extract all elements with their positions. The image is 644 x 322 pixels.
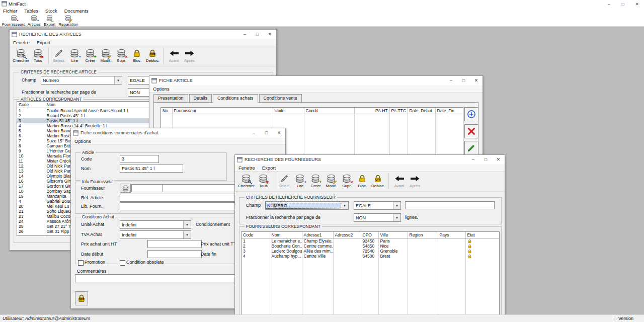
menu-export[interactable]: Export xyxy=(259,165,279,171)
column-header-no[interactable]: No xyxy=(161,108,172,114)
toolbar-button-select[interactable]: Select. xyxy=(51,46,67,66)
prix-ht-field[interactable] xyxy=(147,240,202,248)
operator-select[interactable]: EGALE ▾ xyxy=(354,201,401,210)
toolbar-button-creer[interactable]: +Creer xyxy=(308,172,324,191)
search-value-input[interactable] xyxy=(405,201,495,209)
toolbar-button-modif[interactable]: Modif. xyxy=(98,46,114,66)
column-header-date-debut[interactable]: Date_Debut xyxy=(408,108,435,114)
toolbar-button-supr[interactable]: ×Supr. xyxy=(114,46,129,66)
menu-options[interactable]: Options xyxy=(71,138,95,144)
toolbar-button-bloc[interactable]: Bloc. xyxy=(129,46,145,66)
toolbar-button-articles[interactable]: •Articles xyxy=(26,14,42,27)
window-titlebar[interactable]: RECHERCHE DES FOURNISSEURS – □ ✕ xyxy=(235,155,505,165)
column-header-adresse1[interactable]: Adresse1 xyxy=(302,232,333,238)
column-header-code[interactable]: Code xyxy=(17,102,45,108)
toolbar-button-bloc[interactable]: Bloc. xyxy=(355,172,370,191)
column-header-adresse2[interactable]: Adresse2 xyxy=(333,232,361,238)
menu-export[interactable]: Export xyxy=(33,40,54,45)
fournisseur-code-field[interactable] xyxy=(131,184,165,192)
menu-stock[interactable]: Stock xyxy=(42,8,61,14)
code-field[interactable]: 3 xyxy=(120,155,159,163)
window-titlebar[interactable]: FICHE ARTICLE – □ ✕ xyxy=(149,76,482,86)
minimize-button[interactable]: – xyxy=(445,76,457,85)
champ-select[interactable]: NUMERO ▾ xyxy=(265,201,349,210)
maximize-button[interactable]: □ xyxy=(457,76,470,85)
unite-achat-select[interactable]: Indefini ▾ xyxy=(120,220,191,229)
toolbar-button-reparation[interactable]: Reparation xyxy=(57,14,79,27)
menu-fichier[interactable]: Fichier xyxy=(0,8,22,14)
edit-button[interactable] xyxy=(464,141,478,155)
toolbar-button-supr[interactable]: ×Supr. xyxy=(339,172,355,191)
champ-select[interactable]: Numero ▾ xyxy=(41,76,122,85)
minimize-button[interactable]: – xyxy=(238,30,251,39)
toolbar-button-cr-er[interactable]: +Créer xyxy=(83,46,98,66)
toolbar-button-lire[interactable]: •Lire xyxy=(67,46,83,66)
toolbar-button-chercher[interactable]: Chercher xyxy=(237,172,256,191)
maximize-button[interactable]: □ xyxy=(479,155,492,164)
toolbar-button-lire[interactable]: •Lire xyxy=(292,172,308,191)
minimize-button[interactable]: – xyxy=(467,155,479,164)
close-button[interactable]: ✕ xyxy=(492,155,505,164)
column-header-pa-ht[interactable]: PA.HT xyxy=(354,108,389,114)
toolbar-button-fournisseurs[interactable]: •Fournisseurs xyxy=(1,14,26,27)
window-titlebar[interactable]: RECHERCHE DES ARTICLES – □ ✕ xyxy=(10,30,276,39)
close-button[interactable]: ✕ xyxy=(470,76,482,85)
menu-tables[interactable]: Tables xyxy=(22,8,42,14)
unlock-button[interactable]: OFF xyxy=(75,291,88,305)
table-row[interactable]: 4Auchamp hyp...Centre Ville64500Brest xyxy=(242,254,499,259)
nom-field[interactable]: Pastis 51 45° 1 l xyxy=(120,165,183,173)
toolbar-button-apr-s[interactable]: Après xyxy=(407,172,423,191)
tab-conditions-achats[interactable]: Conditions achats xyxy=(213,94,258,103)
toolbar-button-debloc[interactable]: OFFDebloc. xyxy=(370,172,386,191)
toolbar-button-select[interactable]: Select. xyxy=(277,172,292,191)
minimize-button[interactable]: – xyxy=(248,128,260,137)
toolbar-button-apr-s[interactable]: Après xyxy=(182,46,197,66)
window-titlebar[interactable]: Fiche conditions commerciales d'achat. –… xyxy=(71,128,285,138)
minimize-button[interactable]: – xyxy=(602,0,616,8)
promotion-checkbox[interactable] xyxy=(78,260,84,266)
toolbar-button-avant[interactable]: Avant xyxy=(166,46,182,66)
close-button[interactable]: ✕ xyxy=(630,0,644,8)
fraction-select[interactable]: NON ▾ xyxy=(354,213,401,222)
column-header-pa-ttc[interactable]: PA.TTC xyxy=(389,108,408,114)
menu-options[interactable]: Options xyxy=(149,86,173,92)
tab-details[interactable]: Details xyxy=(189,94,212,102)
toolbar-button-chercher[interactable]: Chercher xyxy=(12,46,30,66)
tab-conditions-vente[interactable]: Conditions vente xyxy=(259,94,302,102)
column-header-pays[interactable]: Pays xyxy=(438,232,465,238)
column-header-nom[interactable]: Nom xyxy=(270,232,302,238)
maximize-button[interactable]: □ xyxy=(251,30,264,39)
fournisseur-lookup-button[interactable] xyxy=(120,184,131,193)
column-header-cpo[interactable]: CPO xyxy=(361,232,378,238)
column-header-region[interactable]: Region xyxy=(408,232,438,238)
toolbar-button-tous[interactable]: ∗Tous xyxy=(30,46,46,66)
add-button[interactable] xyxy=(464,107,478,121)
menu-documents[interactable]: Documents xyxy=(61,8,93,14)
column-header-unit-[interactable]: Unité xyxy=(273,108,304,114)
column-header-fournisseur[interactable]: Fournisseur xyxy=(172,108,273,114)
table-row[interactable]: 1Le maraicher e...Champ Elysée...92450Pa… xyxy=(242,238,499,244)
close-button[interactable]: ✕ xyxy=(264,30,276,39)
tva-achat-select[interactable]: Indefini ▾ xyxy=(120,230,191,239)
column-header-code[interactable]: Code xyxy=(242,232,270,238)
maximize-button[interactable]: □ xyxy=(616,0,630,8)
column-header-ville[interactable]: Ville xyxy=(378,232,408,238)
date-debut-field[interactable] xyxy=(147,250,202,258)
table-row[interactable]: 3Leclerc BoulgouAllée des mim...72540Gre… xyxy=(242,249,499,254)
menu-fenetre[interactable]: Fenetre xyxy=(10,40,33,45)
table-row[interactable]: 2Boucherie Con...Centre comme...54850Nic… xyxy=(242,244,499,249)
column-header-date-fin[interactable]: Date_Fin xyxy=(435,108,463,114)
close-button[interactable]: ✕ xyxy=(273,128,285,137)
obsolete-checkbox[interactable] xyxy=(120,260,125,266)
maximize-button[interactable]: □ xyxy=(260,128,273,137)
column-header-etat[interactable]: Etat xyxy=(465,232,499,238)
toolbar-button-modif[interactable]: Modif. xyxy=(324,172,339,191)
tab-presentation[interactable]: Presentation xyxy=(153,94,188,102)
toolbar-button-tous[interactable]: ∗Tous xyxy=(256,172,271,191)
delete-button[interactable] xyxy=(464,124,478,138)
toolbar-button-debloc[interactable]: OFFDebloc. xyxy=(145,46,160,66)
menu-fenetre[interactable]: Fenetre xyxy=(235,165,259,171)
toolbar-button-avant[interactable]: Avant xyxy=(391,172,407,191)
column-header-condit[interactable]: Condit xyxy=(304,108,354,114)
toolbar-button-export[interactable]: →Export xyxy=(42,14,57,27)
